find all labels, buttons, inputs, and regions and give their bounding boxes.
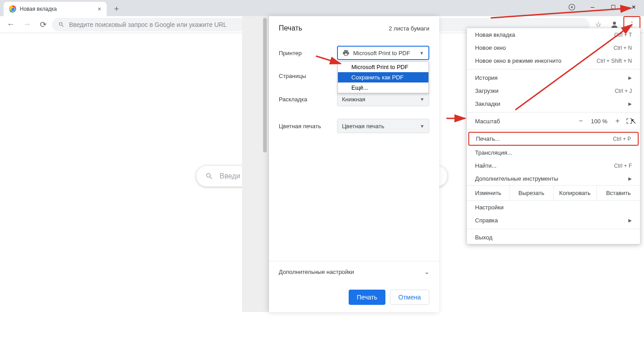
- printer-dropdown: Microsoft Print to PDF Сохранить как PDF…: [337, 61, 429, 93]
- browser-tab[interactable]: Новая вкладка ×: [4, 2, 107, 16]
- pages-label: Страницы: [279, 73, 337, 79]
- paste-button[interactable]: Вставить: [596, 186, 640, 200]
- printer-icon: [342, 49, 350, 56]
- caret-down-icon: ▼: [419, 51, 424, 56]
- chevron-right-icon: ▶: [628, 75, 632, 80]
- caret-down-icon: ▼: [420, 97, 424, 102]
- printer-option-more[interactable]: Ещё...: [338, 82, 428, 93]
- more-settings-toggle[interactable]: Дополнительные настройки ⌄: [269, 261, 439, 282]
- forward-button[interactable]: →: [20, 17, 34, 32]
- printer-option-mspdf[interactable]: Microsoft Print to PDF: [338, 62, 428, 72]
- cancel-button[interactable]: Отмена: [390, 290, 429, 305]
- printer-option-savepdf[interactable]: Сохранить как PDF: [338, 72, 428, 82]
- print-title: Печать: [279, 24, 302, 32]
- menu-help[interactable]: Справка▶: [467, 214, 640, 227]
- cursor-icon: ↖: [631, 117, 636, 126]
- reload-button[interactable]: ⟳: [36, 17, 50, 32]
- menu-new-window[interactable]: Новое окноCtrl + N: [467, 41, 640, 54]
- annotation-arrow: [445, 114, 468, 123]
- window-minimize-button[interactable]: ─: [582, 0, 603, 14]
- window-maximize-button[interactable]: ☐: [603, 0, 623, 14]
- copy-button[interactable]: Копировать: [553, 186, 596, 200]
- menu-exit[interactable]: Выход: [467, 231, 640, 244]
- layout-label: Раскладка: [279, 96, 337, 103]
- chevron-right-icon: ▶: [628, 218, 632, 223]
- edit-label: Изменить: [467, 186, 510, 200]
- menu-bookmarks[interactable]: Закладки▶: [467, 97, 640, 110]
- incognito-indicator-icon: [562, 0, 582, 14]
- layout-select-value: Книжная: [342, 96, 365, 103]
- cut-button[interactable]: Вырезать: [510, 186, 553, 200]
- zoom-out-button[interactable]: −: [575, 117, 587, 125]
- print-button[interactable]: Печать: [349, 290, 385, 305]
- menu-incognito[interactable]: Новое окно в режиме инкогнитоCtrl + Shif…: [467, 54, 640, 67]
- menu-edit-row: Изменить Вырезать Копировать Вставить: [467, 185, 640, 201]
- new-tab-button[interactable]: +: [110, 3, 123, 15]
- chevron-down-icon: ⌄: [424, 269, 429, 275]
- menu-history[interactable]: История▶: [467, 71, 640, 84]
- caret-down-icon: ▼: [420, 124, 424, 129]
- zoom-value: 100 %: [587, 118, 611, 125]
- color-select-value: Цветная печать: [342, 123, 384, 130]
- menu-zoom-row: Масштаб − 100 % +: [467, 114, 640, 128]
- zoom-label: Масштаб: [475, 118, 575, 125]
- printer-select[interactable]: Microsoft Print to PDF ▼ Microsoft Print…: [337, 46, 429, 60]
- close-tab-icon[interactable]: ×: [98, 5, 101, 13]
- menu-print[interactable]: Печать...Ctrl + P: [469, 133, 638, 145]
- print-sheet-count: 2 листа бумаги: [389, 25, 429, 32]
- svg-point-1: [571, 6, 573, 8]
- printer-select-value: Microsoft Print to PDF: [353, 50, 410, 56]
- menu-more-tools[interactable]: Дополнительные инструменты▶: [467, 172, 640, 185]
- chevron-right-icon: ▶: [628, 101, 632, 106]
- menu-cast[interactable]: Трансляция...: [467, 146, 640, 159]
- print-dialog: Печать 2 листа бумаги Принтер Microsoft …: [269, 16, 439, 312]
- menu-downloads[interactable]: ЗагрузкиCtrl + J: [467, 84, 640, 97]
- more-settings-label: Дополнительные настройки: [279, 269, 354, 275]
- omnibox-placeholder: Введите поисковый запрос в Google или ук…: [69, 21, 227, 28]
- printer-label: Принтер: [279, 50, 337, 56]
- menu-find[interactable]: Найти...Ctrl + F: [467, 159, 640, 172]
- layout-select[interactable]: Книжная ▼: [337, 92, 429, 106]
- print-preview-pane: [242, 16, 269, 312]
- tab-title: Новая вкладка: [20, 6, 94, 12]
- color-select[interactable]: Цветная печать ▼: [337, 119, 429, 133]
- svg-point-2: [613, 22, 616, 25]
- color-label: Цветная печать: [279, 123, 337, 130]
- zoom-in-button[interactable]: +: [611, 117, 624, 125]
- menu-print-highlight: Печать...Ctrl + P: [468, 132, 639, 146]
- menu-settings[interactable]: Настройки: [467, 201, 640, 214]
- search-icon: [205, 172, 213, 180]
- chrome-icon: [9, 5, 16, 13]
- back-button[interactable]: ←: [4, 17, 18, 32]
- chevron-right-icon: ▶: [628, 176, 632, 181]
- search-placeholder: Введи: [220, 172, 240, 180]
- chrome-menu: Новая вкладкаCtrl + T Новое окноCtrl + N…: [467, 28, 640, 244]
- titlebar: Новая вкладка × + ─ ☐ ✕: [0, 0, 644, 16]
- search-icon: [58, 22, 65, 28]
- menu-new-tab[interactable]: Новая вкладкаCtrl + T: [467, 28, 640, 41]
- window-close-button[interactable]: ✕: [623, 0, 644, 14]
